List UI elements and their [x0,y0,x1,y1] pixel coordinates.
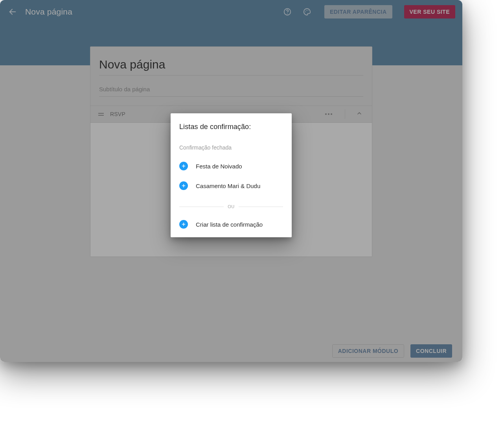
edit-appearance-button[interactable]: EDITAR APARÊNCIA [324,5,392,18]
list-option-label: Festa de Noivado [196,163,242,170]
svg-point-3 [305,11,306,12]
drag-handle-icon[interactable] [98,113,104,116]
svg-point-5 [307,10,308,11]
module-collapse-button[interactable] [355,109,364,120]
svg-point-2 [287,13,288,14]
view-site-button[interactable]: VER SEU SITE [404,5,455,18]
app-window: Nova página EDITAR APARÊNCIA VER SEU SIT… [0,0,462,362]
list-option[interactable]: Casamento Mari & Dudu [179,181,283,190]
add-icon [179,220,188,229]
page-title: Nova página [25,7,72,17]
done-button[interactable]: CONCLUIR [410,344,452,358]
help-icon [283,7,292,16]
add-module-button[interactable]: ADICIONAR MÓDULO [332,344,404,358]
chevron-up-icon [356,110,362,116]
page-subtitle-input[interactable] [99,83,363,97]
create-list-option[interactable]: Criar lista de confirmação [179,220,283,229]
confirmation-list-modal: Listas de confirmação: Confirmação fecha… [171,113,292,237]
toolbar: Nova página EDITAR APARÊNCIA VER SEU SIT… [0,0,462,24]
appearance-icon-button[interactable] [301,6,313,18]
divider [99,75,363,76]
create-list-label: Criar lista de confirmação [196,221,263,228]
or-divider: OU [179,204,283,209]
arrow-left-icon [8,7,17,16]
modal-title: Listas de confirmação: [179,123,283,131]
module-label: RSVP [110,111,125,117]
list-option-label: Casamento Mari & Dudu [196,183,260,189]
add-icon [179,181,188,190]
page-title-input[interactable] [99,56,363,75]
help-button[interactable] [281,6,294,18]
add-icon [179,162,188,170]
module-more-button[interactable] [322,111,335,117]
confirmation-closed-label: Confirmação fechada [179,144,283,151]
list-option[interactable]: Festa de Noivado [179,162,283,170]
back-button[interactable] [7,6,18,17]
divider [345,109,345,119]
footer: ADICIONAR MÓDULO CONCLUIR [0,340,462,362]
or-label: OU [228,204,235,209]
svg-point-4 [306,10,307,11]
palette-icon [303,7,311,16]
